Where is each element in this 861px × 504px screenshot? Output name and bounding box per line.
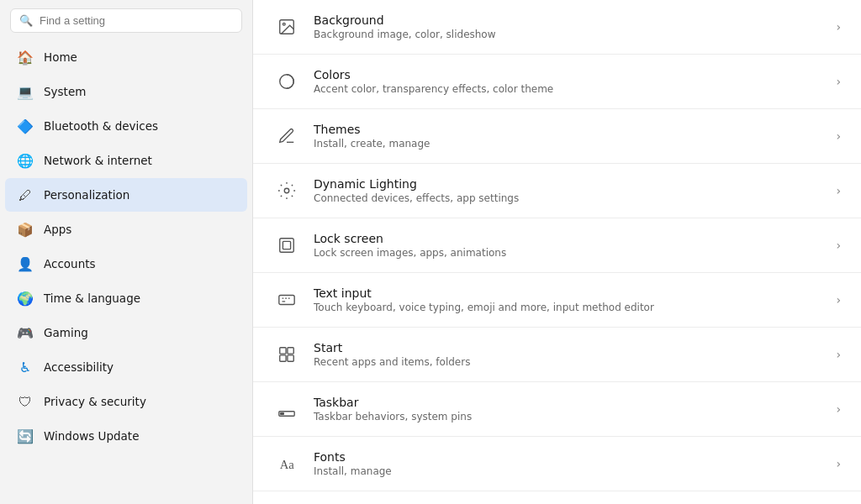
bluetooth-icon: 🔷 [17, 118, 34, 134]
chevron-icon-dynamic-lighting: › [836, 184, 841, 197]
sidebar-item-label-apps: Apps [44, 223, 71, 236]
settings-item-title-fonts: Fonts [314, 450, 822, 464]
privacy-icon: 🛡 [17, 393, 34, 410]
sidebar-item-label-update: Windows Update [44, 429, 139, 443]
settings-item-text-start: StartRecent apps and items, folders [314, 341, 822, 368]
settings-item-text-dynamic-lighting: Dynamic LightingConnected devices, effec… [314, 177, 822, 204]
settings-item-desc-background: Background image, color, slideshow [314, 29, 822, 40]
settings-item-title-start: Start [314, 341, 822, 354]
sidebar-item-time[interactable]: 🌍Time & language [5, 281, 247, 315]
sidebar-item-privacy[interactable]: 🛡Privacy & security [5, 385, 247, 418]
settings-item-colors[interactable]: ColorsAccent color, transparency effects… [253, 55, 861, 109]
settings-item-title-text-input: Text input [314, 286, 822, 300]
settings-item-text-fonts: FontsInstall, manage [314, 450, 822, 477]
settings-list: BackgroundBackground image, color, slide… [253, 0, 861, 491]
settings-item-themes[interactable]: ThemesInstall, create, manage› [253, 109, 861, 164]
settings-item-desc-themes: Install, create, manage [314, 138, 822, 150]
settings-item-taskbar[interactable]: TaskbarTaskbar behaviors, system pins› [253, 382, 861, 437]
settings-item-desc-text-input: Touch keyboard, voice typing, emoji and … [314, 302, 822, 313]
chevron-icon-colors: › [836, 75, 841, 88]
sidebar-item-label-accessibility: Accessibility [44, 360, 114, 374]
settings-item-background[interactable]: BackgroundBackground image, color, slide… [253, 0, 861, 55]
chevron-icon-themes: › [836, 129, 841, 143]
settings-item-desc-colors: Accent color, transparency effects, colo… [314, 83, 822, 95]
settings-item-title-taskbar: Taskbar [314, 396, 822, 409]
personalization-icon: 🖊 [17, 186, 34, 203]
chevron-icon-background: › [836, 20, 841, 34]
svg-rect-10 [288, 355, 293, 361]
text-input-icon [273, 286, 300, 313]
settings-item-text-background: BackgroundBackground image, color, slide… [314, 13, 822, 40]
dynamic-lighting-icon [273, 177, 300, 204]
sidebar-item-home[interactable]: 🏠Home [5, 40, 247, 74]
gaming-icon: 🎮 [17, 324, 34, 341]
sidebar-item-label-bluetooth: Bluetooth & devices [44, 119, 158, 133]
lock-screen-icon [273, 232, 300, 259]
fonts-icon: Aa [273, 450, 300, 477]
settings-item-dynamic-lighting[interactable]: Dynamic LightingConnected devices, effec… [253, 164, 861, 218]
update-icon: 🔄 [17, 428, 34, 444]
sidebar-item-label-home: Home [44, 50, 77, 64]
sidebar-item-system[interactable]: 💻System [5, 75, 247, 108]
sidebar-item-label-personalization: Personalization [44, 188, 129, 202]
sidebar-item-update[interactable]: 🔄Windows Update [5, 419, 247, 453]
settings-item-title-themes: Themes [314, 123, 822, 136]
search-icon: 🔍 [19, 14, 33, 27]
accounts-icon: 👤 [17, 255, 34, 272]
home-icon: 🏠 [17, 49, 34, 66]
sidebar-item-label-time: Time & language [44, 291, 140, 305]
sidebar-item-gaming[interactable]: 🎮Gaming [5, 316, 247, 349]
settings-item-desc-taskbar: Taskbar behaviors, system pins [314, 411, 822, 423]
sidebar-item-accessibility[interactable]: ♿Accessibility [5, 350, 247, 384]
settings-item-title-dynamic-lighting: Dynamic Lighting [314, 177, 822, 191]
sidebar: 🔍 🏠Home💻System🔷Bluetooth & devices🌐Netwo… [0, 0, 252, 504]
svg-rect-4 [280, 239, 294, 253]
settings-item-text-taskbar: TaskbarTaskbar behaviors, system pins [314, 396, 822, 423]
svg-rect-5 [283, 241, 290, 249]
settings-item-title-colors: Colors [314, 68, 822, 81]
sidebar-item-label-privacy: Privacy & security [44, 395, 146, 408]
main-content: BackgroundBackground image, color, slide… [252, 0, 861, 504]
settings-item-text-colors: ColorsAccent color, transparency effects… [314, 68, 822, 95]
colors-icon [273, 68, 300, 95]
svg-rect-8 [288, 348, 293, 354]
sidebar-item-personalization[interactable]: 🖊Personalization [5, 178, 247, 212]
nav-items: 🏠Home💻System🔷Bluetooth & devices🌐Network… [0, 39, 252, 454]
settings-item-text-text-input: Text inputTouch keyboard, voice typing, … [314, 286, 822, 313]
settings-item-fonts[interactable]: AaFontsInstall, manage› [253, 437, 861, 491]
svg-point-3 [284, 188, 289, 193]
search-input[interactable] [40, 14, 233, 27]
settings-item-desc-start: Recent apps and items, folders [314, 356, 822, 368]
svg-point-1 [283, 23, 285, 25]
svg-rect-12 [281, 413, 284, 415]
time-icon: 🌍 [17, 290, 34, 307]
svg-rect-6 [279, 296, 294, 305]
themes-icon [273, 123, 300, 150]
chevron-icon-start: › [836, 348, 841, 361]
settings-item-desc-lock-screen: Lock screen images, apps, animations [314, 247, 822, 259]
start-icon [273, 341, 300, 368]
settings-item-desc-dynamic-lighting: Connected devices, effects, app settings [314, 192, 822, 204]
settings-item-text-input[interactable]: Text inputTouch keyboard, voice typing, … [253, 273, 861, 328]
sidebar-item-network[interactable]: 🌐Network & internet [5, 144, 247, 177]
settings-item-text-themes: ThemesInstall, create, manage [314, 123, 822, 150]
settings-item-desc-fonts: Install, manage [314, 465, 822, 477]
network-icon: 🌐 [17, 152, 34, 169]
sidebar-item-bluetooth[interactable]: 🔷Bluetooth & devices [5, 109, 247, 143]
accessibility-icon: ♿ [17, 359, 34, 375]
svg-text:Aa: Aa [280, 458, 295, 471]
settings-item-text-lock-screen: Lock screenLock screen images, apps, ani… [314, 232, 822, 259]
sidebar-item-label-network: Network & internet [44, 154, 152, 167]
taskbar-icon [273, 396, 300, 423]
chevron-icon-taskbar: › [836, 402, 841, 416]
chevron-icon-lock-screen: › [836, 239, 841, 252]
settings-item-lock-screen[interactable]: Lock screenLock screen images, apps, ani… [253, 218, 861, 273]
sidebar-item-accounts[interactable]: 👤Accounts [5, 247, 247, 281]
settings-item-start[interactable]: StartRecent apps and items, folders› [253, 328, 861, 382]
sidebar-item-label-system: System [44, 85, 86, 98]
chevron-icon-fonts: › [836, 457, 841, 470]
settings-item-title-lock-screen: Lock screen [314, 232, 822, 245]
search-bar[interactable]: 🔍 [10, 8, 242, 33]
sidebar-item-apps[interactable]: 📦Apps [5, 213, 247, 246]
chevron-icon-text-input: › [836, 293, 841, 307]
